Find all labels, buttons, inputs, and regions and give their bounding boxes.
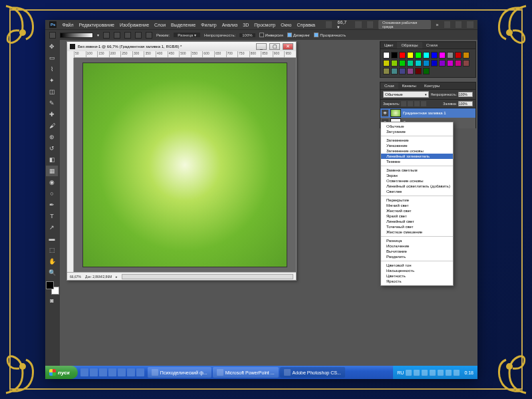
marquee-tool-icon[interactable]: ▭ [46,53,58,63]
history-brush-tool-icon[interactable]: ↺ [46,143,58,154]
layer-visibility-icon[interactable]: 👁 [382,110,388,116]
layer-row[interactable]: 👁Градиентная заливка 1 [380,108,475,118]
healing-tool-icon[interactable]: ✚ [46,109,58,120]
ruler-horizontal[interactable]: 5010015020025030035040045050055060065070… [74,51,296,58]
color-swatch[interactable] [407,52,414,59]
ql-icon-2[interactable] [90,368,98,376]
color-swatch[interactable] [399,60,406,66]
menu-file[interactable]: Файл [62,23,73,27]
color-swatch[interactable] [423,60,430,66]
start-button[interactable]: пуск [45,366,78,379]
menu-window[interactable]: Окно [281,23,291,27]
lock-all-icon[interactable] [421,101,426,106]
color-swatch[interactable] [423,52,430,59]
color-swatch[interactable] [463,60,469,66]
workspace-more-icon[interactable]: » [436,23,439,27]
blend-mode-item[interactable]: Обычные [381,124,453,129]
tray-icon-7[interactable] [454,370,460,376]
blend-mode-item[interactable]: Линейный затемнитель [381,154,453,159]
menu-help[interactable]: Справка [297,23,315,27]
ql-icon-1[interactable] [80,368,88,376]
color-swatch[interactable] [439,52,446,59]
taskbar-task[interactable]: Microsoft PowerPoint ... [213,367,279,378]
mode-select[interactable]: Разница ▾ [174,33,200,37]
menu-analysis[interactable]: Анализ [222,23,238,27]
blend-mode-item[interactable]: Жесткий свет [381,208,453,213]
lang-indicator[interactable]: RU [397,370,404,375]
color-swatch[interactable] [407,68,414,74]
color-swatch[interactable] [431,52,438,59]
gradient-diamond-icon[interactable] [146,32,152,39]
blend-mode-item[interactable]: Замена светлым [381,168,453,173]
blend-mode-item[interactable]: Затемнение основы [381,148,453,154]
zoom-level[interactable]: 66,7 ▾ [337,20,350,30]
blend-mode-item[interactable]: Жесткое смешение [381,229,453,235]
pen-tool-icon[interactable]: ✒ [46,200,58,210]
color-swatch[interactable] [447,52,454,59]
tray-icon-5[interactable] [438,370,444,376]
tab-channels[interactable]: Каналы [398,82,420,89]
color-swatch[interactable] [391,60,398,66]
tray-icon-6[interactable] [446,370,452,376]
color-swatch[interactable] [415,52,422,59]
status-arrow-icon[interactable]: ▸ [116,275,118,279]
zoom-tool-icon[interactable]: 🔍 [46,267,58,278]
lock-position-icon[interactable] [414,101,420,106]
ql-icon-6[interactable] [127,368,135,376]
3d-tool-icon[interactable]: ⬚ [46,245,58,255]
tab-layers[interactable]: Слои [380,82,398,89]
blend-mode-item[interactable]: Затемнение [381,138,453,143]
shape-tool-icon[interactable]: ▬ [46,233,58,244]
clock[interactable]: 0:18 [462,370,473,375]
menu-image[interactable]: Изображение [120,23,149,27]
screen-mode-icon[interactable] [367,21,373,28]
layer-fill-input[interactable] [458,101,473,106]
gradient-picker-arrow-icon[interactable]: ▾ [97,33,99,37]
blur-tool-icon[interactable]: ◉ [46,177,58,188]
quickmask-icon[interactable]: ◙ [46,295,58,306]
doc-close-button[interactable]: ✕ [283,43,293,50]
gradient-reflected-icon[interactable] [135,32,142,39]
blend-mode-item[interactable]: Цветность [381,273,453,279]
color-swatch[interactable] [407,60,414,66]
color-swatch[interactable] [383,52,390,59]
maximize-icon[interactable] [456,21,462,28]
blend-mode-item[interactable]: Линейный осветлитель (добавить) [381,184,453,189]
color-swatch[interactable] [447,60,454,66]
color-swatch[interactable] [431,60,438,66]
wand-tool-icon[interactable]: ✦ [46,75,58,86]
color-swatch[interactable] [399,68,406,74]
blend-mode-item[interactable]: Насыщенность [381,268,453,273]
color-swatch[interactable] [423,68,430,74]
blend-mode-item[interactable]: Затухание [381,129,453,134]
transparency-checkbox[interactable]: Прозрачность [314,33,346,37]
blend-mode-item[interactable]: Умножение [381,143,453,148]
doc-minimize-button[interactable]: _ [256,43,267,50]
blend-mode-item[interactable]: Разница [381,238,453,243]
status-zoom[interactable]: 66,67% [70,275,81,279]
color-swatch[interactable] [415,68,422,74]
launch-bridge-icon[interactable] [326,21,332,28]
tray-icon-1[interactable] [406,370,412,376]
move-tool-icon[interactable]: ✥ [46,41,58,52]
inverse-checkbox[interactable]: Инверсия [259,33,283,37]
canvas-viewport[interactable] [74,58,296,272]
blend-mode-item[interactable]: Экран [381,173,453,178]
lock-image-icon[interactable] [408,101,413,106]
color-swatch[interactable] [463,52,469,59]
minimize-icon[interactable] [444,21,450,28]
brush-tool-icon[interactable]: 🖌 [46,120,58,131]
color-swatch[interactable] [383,68,390,74]
menu-view[interactable]: Просмотр [254,23,275,27]
color-swatch[interactable] [455,52,462,59]
color-swatch[interactable] [455,60,462,66]
tab-styles[interactable]: Стили [422,42,442,49]
horizontal-scrollbar[interactable] [122,274,293,279]
menu-select[interactable]: Выделение [171,23,196,27]
layer-opacity-input[interactable] [458,92,473,97]
dodge-tool-icon[interactable]: ○ [46,188,58,199]
menu-edit[interactable]: Редактирование [79,23,114,27]
blend-mode-item[interactable]: Светлее [381,189,453,194]
layer-thumb[interactable] [390,109,401,117]
blend-mode-item[interactable]: Исключение [381,243,453,249]
